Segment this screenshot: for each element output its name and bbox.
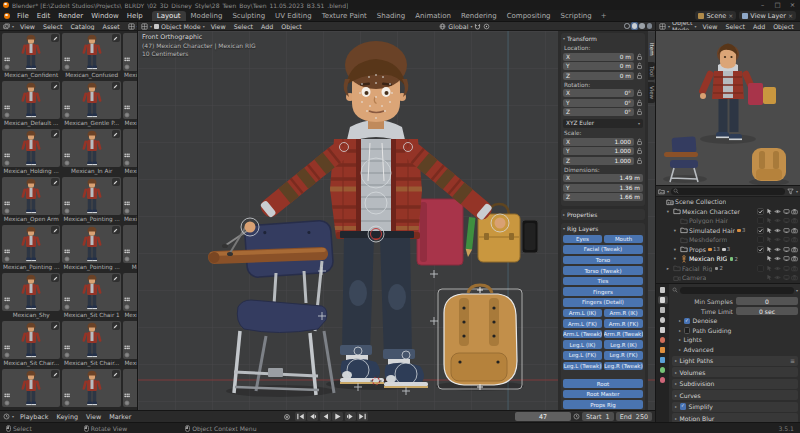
outliner-row-mexican-character[interactable]: ▾Mexican Character bbox=[656, 207, 800, 217]
asset-thumbnail[interactable] bbox=[62, 225, 120, 263]
editor-type-timeline-icon[interactable] bbox=[3, 413, 10, 420]
lock-icon[interactable] bbox=[636, 53, 643, 61]
asset-item[interactable] bbox=[123, 369, 138, 410]
asset-thumbnail[interactable] bbox=[123, 321, 138, 359]
cursor-toggle-icon[interactable] bbox=[766, 255, 773, 262]
prop-field-value[interactable]: 0 bbox=[736, 297, 798, 305]
jump-end-button[interactable] bbox=[357, 412, 368, 421]
next-keyframe-button[interactable] bbox=[345, 412, 356, 421]
timeline-menu-keying[interactable]: Keying bbox=[53, 413, 82, 421]
expand-icon[interactable]: ▾ bbox=[672, 247, 678, 252]
properties-tab-view-layer[interactable] bbox=[658, 316, 668, 324]
shading-material-icon[interactable] bbox=[639, 23, 645, 29]
asset-menu-select[interactable]: Select bbox=[39, 23, 66, 30]
rig-layer-button-arm-r-tweak[interactable]: Arm.R (Tweak) bbox=[604, 330, 643, 339]
asset-thumbnail[interactable] bbox=[123, 81, 138, 119]
prop-field-value[interactable]: 0 sec bbox=[736, 307, 798, 315]
asset-item-mexican-salto[interactable]: Mexican_Salto bbox=[123, 225, 138, 271]
editor-type-viewport-icon[interactable] bbox=[141, 23, 148, 30]
tab-rendering[interactable]: Rendering bbox=[456, 11, 502, 21]
properties-tab-tool[interactable] bbox=[658, 286, 668, 294]
asset-item-mexican-in-air-yess[interactable]: Mexican_In Air Yess bbox=[123, 129, 138, 175]
exclude-checkbox[interactable] bbox=[757, 236, 764, 243]
asset-item-mexican-sit-chair[interactable]: Mexican_Sit Chair... bbox=[62, 321, 120, 367]
screen-toggle-icon[interactable] bbox=[783, 208, 790, 215]
asset-thumbnail[interactable] bbox=[62, 33, 120, 71]
prop-section-volumes[interactable]: ▸Volumes bbox=[672, 367, 798, 377]
outliner-search-input[interactable] bbox=[671, 188, 785, 195]
shading-rendered-icon[interactable] bbox=[647, 23, 653, 29]
expand-icon[interactable]: ▾ bbox=[672, 256, 678, 261]
rig-layer-button-facial-tweak[interactable]: Facial (Tweak) bbox=[563, 245, 643, 254]
prop-section-advanced[interactable]: ▸Advanced bbox=[672, 345, 798, 355]
editor-type-asset-icon[interactable] bbox=[3, 23, 10, 30]
rig-layer-button-leg-r-ik[interactable]: Leg.R (IK) bbox=[604, 340, 643, 349]
rig-layer-button-arm-r-fk[interactable]: Arm.R (FK) bbox=[604, 319, 643, 328]
rig-layer-button-mouth[interactable]: Mouth bbox=[604, 235, 643, 244]
outliner-row-facial-rig[interactable]: ▸Facial_Rig2 bbox=[656, 264, 800, 274]
tab-modeling[interactable]: Modeling bbox=[186, 11, 228, 21]
n-panel-tab-tool[interactable]: Tool bbox=[648, 62, 655, 81]
asset-item-mexican-pointing[interactable]: Mexican_Pointing ... bbox=[2, 225, 60, 271]
transform-field-scale-y[interactable]: Y1.000 bbox=[563, 147, 634, 155]
asset-item-mexican-confused[interactable]: Mexican_Confused bbox=[62, 33, 120, 79]
rig-layer-button-arm-l-tweak[interactable]: Arm.L (Tweak) bbox=[563, 330, 602, 339]
lock-icon[interactable] bbox=[636, 89, 643, 97]
menu-file[interactable]: File bbox=[13, 12, 33, 20]
tab-compositing[interactable]: Compositing bbox=[502, 11, 556, 21]
viewport-menu-add[interactable]: Add bbox=[257, 23, 277, 30]
screen-toggle-icon[interactable] bbox=[783, 246, 790, 253]
viewport-3d[interactable]: Front Orthographic (47) Mexican Characte… bbox=[138, 31, 655, 410]
asset-menu-view[interactable]: View bbox=[16, 23, 39, 30]
prop-section-subdivision[interactable]: ▸Subdivision bbox=[672, 379, 798, 389]
outliner-row-simulated-hair[interactable]: ▾Simulated Hair3 bbox=[656, 226, 800, 236]
transform-field-dimensions-x[interactable]: X1.49 m bbox=[563, 174, 643, 182]
editor-type-viewport-icon[interactable] bbox=[659, 23, 666, 30]
lock-icon[interactable] bbox=[636, 147, 643, 155]
menu-edit[interactable]: Edit bbox=[33, 12, 55, 20]
cursor-toggle-icon[interactable] bbox=[766, 217, 773, 224]
rig-layer-button-arm-r-ik[interactable]: Arm.R (IK) bbox=[604, 309, 643, 318]
mini-backpack[interactable] bbox=[752, 148, 786, 181]
timeline-menu-marker[interactable]: Marker bbox=[105, 413, 135, 421]
asset-menu-catalog[interactable]: Catalog bbox=[66, 23, 98, 30]
rig-layer-button-torso[interactable]: Torso bbox=[563, 256, 643, 265]
scene-unlink-icon[interactable]: × bbox=[728, 12, 733, 19]
viewport-menu-select[interactable]: Select bbox=[230, 23, 257, 30]
asset-thumbnail[interactable] bbox=[62, 129, 120, 167]
outliner-row-mexican-rig[interactable]: ▾Mexican RIG2 bbox=[656, 254, 800, 264]
transform-panel-header[interactable]: ▾Transform bbox=[563, 34, 643, 43]
outliner-row-camera[interactable]: Camera bbox=[656, 273, 800, 283]
properties-subpanel[interactable]: ▸Properties bbox=[561, 209, 645, 220]
timeline-menu-playback[interactable]: Playback bbox=[16, 413, 53, 421]
lock-icon[interactable] bbox=[636, 108, 643, 116]
menu-render[interactable]: Render bbox=[54, 12, 87, 20]
checkbox-simplify[interactable]: ✓ bbox=[680, 403, 687, 410]
play-button[interactable] bbox=[332, 412, 343, 421]
asset-item-mexican-shy[interactable]: Mexican_Shy bbox=[2, 273, 60, 319]
transform-field-location-y[interactable]: Y0 m bbox=[563, 62, 634, 70]
jump-start-button[interactable] bbox=[295, 412, 306, 421]
rig-layer-button-root[interactable]: Root bbox=[563, 379, 643, 388]
filter-funnel-icon[interactable] bbox=[787, 188, 794, 195]
rig-layer-button-fingers[interactable]: Fingers bbox=[563, 287, 643, 296]
lock-icon[interactable] bbox=[636, 138, 643, 146]
asset-thumbnail[interactable] bbox=[123, 129, 138, 167]
rig-layers-header[interactable]: ▾Rig Layers bbox=[563, 224, 643, 233]
mode-dropdown[interactable]: Object Mode bbox=[161, 23, 201, 30]
menu-window[interactable]: Window bbox=[87, 12, 123, 20]
outliner-row-props[interactable]: ▾Props133 bbox=[656, 245, 800, 255]
rig-layer-button-arm-l-ik[interactable]: Arm.L (IK) bbox=[563, 309, 602, 318]
rig-layer-button-leg-l-fk[interactable]: Leg.L (FK) bbox=[563, 351, 602, 360]
prop-section-simplify[interactable]: ▸✓Simplify bbox=[672, 402, 798, 412]
viewport-menu-object[interactable]: Object bbox=[277, 23, 306, 30]
camera-toggle-icon[interactable] bbox=[791, 217, 798, 224]
asset-thumbnail[interactable] bbox=[62, 273, 120, 311]
properties-tab-scene[interactable] bbox=[658, 326, 668, 334]
expand-icon[interactable]: ▾ bbox=[665, 209, 671, 214]
properties-tab-output[interactable] bbox=[658, 306, 668, 314]
properties-tab-particles[interactable] bbox=[658, 366, 668, 374]
n-panel-tab-item[interactable]: Item bbox=[648, 39, 655, 60]
add-workspace-button[interactable]: + bbox=[597, 12, 611, 20]
asset-item-mexican-sit-chair[interactable]: Mexican_Sit Chair... bbox=[2, 321, 60, 367]
